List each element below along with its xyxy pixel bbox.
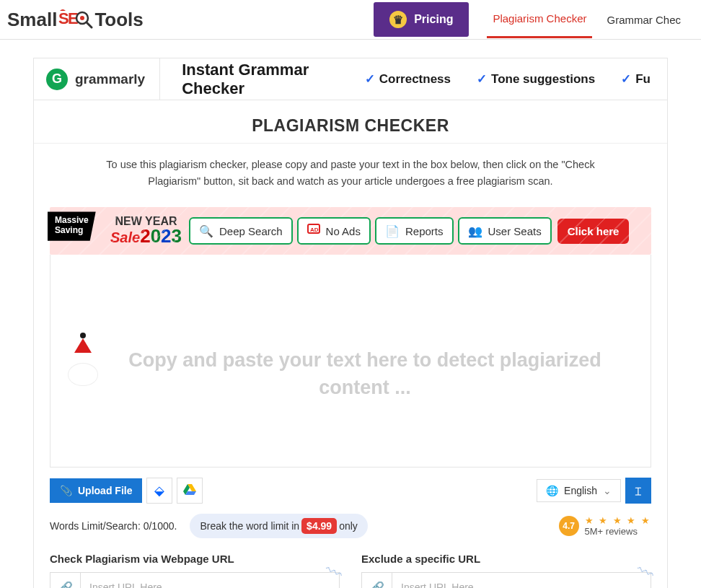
promo-deep-search[interactable]: 🔍Deep Search (189, 217, 293, 245)
instructions-text: To use this plagiarism checker, please c… (34, 144, 667, 198)
grammarly-feature-partial: ✓Fu (608, 71, 663, 87)
grammarly-feature-tone: ✓Tone suggestions (464, 71, 608, 87)
logo-text-1: Small (7, 9, 57, 31)
rating-widget[interactable]: 4.7 ★ ★ ★ ★ ★ 5M+ reviews (559, 515, 651, 537)
editor-toolbar: 📎 Upload File ⬙ 🌐 English ⌄ ⌶ (50, 470, 651, 511)
check-icon: ✓ (365, 71, 375, 87)
crown-icon: ♛ (389, 11, 407, 28)
svg-text:AD: AD (310, 227, 319, 233)
reports-icon: 📄 (385, 224, 400, 238)
users-icon: 👥 (468, 224, 482, 238)
rating-score: 4.7 (559, 516, 579, 536)
drive-icon (183, 483, 196, 499)
text-input-area[interactable]: Copy and paste your text here to detect … (50, 255, 651, 468)
nav-plagiarism-checker[interactable]: Plagiarism Checker (487, 1, 592, 38)
format-icon: ⌶ (635, 486, 641, 496)
google-drive-button[interactable] (177, 478, 203, 504)
upload-file-button[interactable]: 📎 Upload File (50, 478, 142, 503)
pricing-button[interactable]: ♛ Pricing (374, 2, 469, 37)
grammarly-logo: G grammarly (38, 58, 160, 100)
word-limit-row: Words Limit/Search: 0/1000. Break the wo… (50, 514, 651, 538)
dropbox-button[interactable]: ⬙ (146, 478, 172, 504)
link-icon: 🔗 (362, 573, 392, 588)
check-icon: ✓ (621, 71, 631, 87)
nav-grammar-checker[interactable]: Grammar Chec (601, 14, 687, 26)
main-card: PLAGIARISM CHECKER To use this plagiaris… (33, 100, 668, 588)
promo-reports[interactable]: 📄Reports (375, 217, 454, 245)
promo-no-ads[interactable]: ADNo Ads (297, 217, 371, 245)
svg-point-3 (80, 16, 84, 20)
pricing-label: Pricing (414, 13, 453, 26)
dropbox-icon: ⬙ (154, 483, 164, 499)
grammarly-ad-bar[interactable]: G grammarly Instant Grammar Checker ✓Cor… (33, 58, 668, 100)
noads-icon: AD (307, 224, 320, 238)
massive-saving-badge: MassiveSaving (48, 211, 96, 240)
top-navbar: Small SE Tools ♛ Pricing Plagiarism Chec… (0, 0, 701, 40)
logo-text-2: Tools (94, 9, 143, 31)
grammarly-title: Instant Grammar Checker (160, 61, 352, 98)
globe-icon: 🌐 (546, 485, 558, 496)
chevron-down-icon: ⌄ (603, 485, 612, 496)
promo-click-here-button[interactable]: Click here (557, 219, 630, 244)
check-url-label: Check Plagiarism via Webpage URL (50, 553, 340, 565)
newyear-sale-text: NEW YEAR Sale 2023 (110, 215, 182, 247)
exclude-url-label: Exclude a specific URL (361, 553, 651, 565)
rating-stars: ★ ★ ★ ★ ★ (585, 515, 651, 526)
format-button[interactable]: ⌶ (625, 478, 651, 504)
svg-line-4 (87, 22, 92, 27)
check-url-field: 🔗 〰 (50, 572, 340, 588)
check-url-input[interactable] (81, 573, 339, 588)
grammarly-feature-correctness: ✓Correctness (352, 71, 464, 87)
url-inputs-section: Check Plagiarism via Webpage URL 🔗 〰 Exc… (50, 553, 651, 588)
exclude-url-field: 🔗 〰 (361, 572, 651, 588)
reviews-count: 5M+ reviews (585, 526, 651, 537)
site-logo[interactable]: Small SE Tools (7, 9, 144, 31)
link-icon: 🔗 (50, 573, 81, 588)
search-icon: 🔍 (199, 224, 213, 238)
logo-seo-icon: SE (58, 9, 93, 30)
break-limit-link[interactable]: Break the word limit in $4.99 only (190, 514, 367, 538)
grammarly-icon: G (46, 69, 68, 90)
grammarly-brand-text: grammarly (75, 71, 145, 87)
word-limit-text: Words Limit/Search: 0/1000. (50, 520, 177, 532)
promo-user-seats[interactable]: 👥User Seats (458, 217, 552, 245)
price-badge: $4.99 (301, 518, 337, 534)
language-selector[interactable]: 🌐 English ⌄ (537, 479, 621, 502)
promo-banner: MassiveSaving NEW YEAR Sale 2023 🔍Deep S… (50, 207, 651, 255)
check-icon: ✓ (477, 71, 487, 87)
paperclip-icon: 📎 (60, 485, 72, 496)
page-title: PLAGIARISM CHECKER (34, 100, 667, 143)
exclude-url-input[interactable] (392, 573, 651, 588)
